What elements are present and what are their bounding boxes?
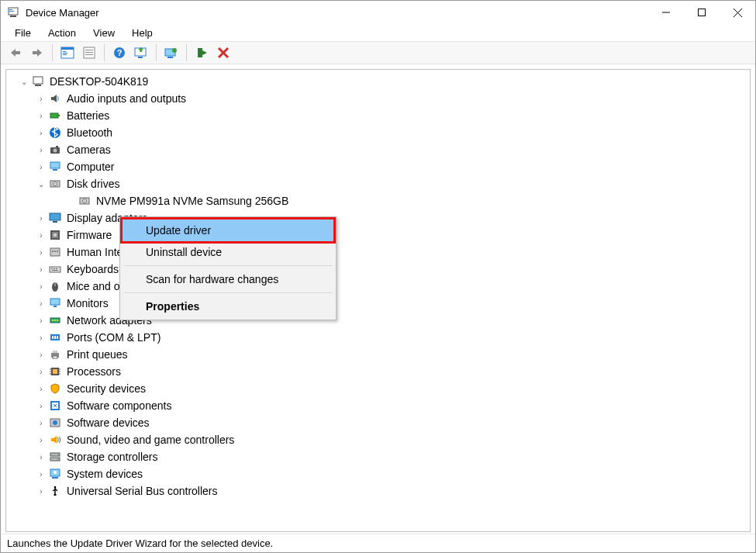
tree-category[interactable]: ⌄ Disk drives <box>33 175 750 192</box>
expand-icon[interactable]: › <box>36 144 47 155</box>
firmware-icon <box>48 228 62 242</box>
svg-rect-73 <box>53 356 57 358</box>
svg-rect-13 <box>63 53 67 54</box>
svg-point-64 <box>52 320 54 321</box>
minimize-button[interactable] <box>648 1 684 24</box>
help-button[interactable]: ? <box>109 43 129 62</box>
expand-icon[interactable]: › <box>36 468 47 479</box>
expand-icon[interactable]: › <box>36 161 47 172</box>
expand-icon[interactable]: › <box>36 264 47 275</box>
svg-rect-72 <box>53 351 57 353</box>
tree-category-label: Disk drives <box>67 178 119 190</box>
tree-category[interactable]: › Software devices <box>33 414 750 431</box>
expand-icon[interactable]: › <box>36 383 47 394</box>
tree-category[interactable]: › Audio inputs and outputs <box>33 90 750 107</box>
context-menu-properties[interactable]: Properties <box>123 296 333 317</box>
menubar: File Action View Help <box>1 24 755 41</box>
svg-point-66 <box>57 320 58 321</box>
monitor-icon <box>48 296 62 310</box>
scan-hardware-button[interactable] <box>131 43 151 62</box>
svg-rect-5 <box>699 9 706 16</box>
svg-rect-95 <box>54 494 57 496</box>
display-icon <box>48 211 62 225</box>
collapse-icon[interactable]: ⌄ <box>19 76 29 87</box>
tree-category[interactable]: › Security devices <box>33 380 750 397</box>
tree-device[interactable]: NVMe PM991a NVMe Samsung 256GB <box>62 192 750 209</box>
tree-category[interactable]: › Universal Serial Bus controllers <box>33 482 750 499</box>
expand-icon[interactable]: › <box>36 434 47 445</box>
expand-icon[interactable]: › <box>36 127 47 138</box>
tree-root[interactable]: ⌄ DESKTOP-504K819 <box>16 73 750 90</box>
toolbar-separator <box>186 44 187 61</box>
svg-rect-9 <box>33 51 38 54</box>
tree-category[interactable]: › Computer <box>33 158 750 175</box>
tree-category[interactable]: › Cameras <box>33 141 750 158</box>
tree-category-label: Computer <box>67 161 114 173</box>
menu-action[interactable]: Action <box>40 26 84 40</box>
toolbar-separator <box>156 44 157 61</box>
svg-rect-57 <box>56 268 57 269</box>
expand-icon[interactable]: › <box>36 213 47 223</box>
statusbar: Launches the Update Driver Wizard for th… <box>1 534 755 552</box>
uninstall-device-button[interactable] <box>213 43 233 62</box>
tree-category[interactable]: › Sound, video and game controllers <box>33 431 750 448</box>
context-menu-update-driver[interactable]: Update driver <box>123 219 333 241</box>
close-button[interactable] <box>720 1 755 24</box>
maximize-button[interactable] <box>684 1 720 24</box>
tree-root-label: DESKTOP-504K819 <box>50 75 148 88</box>
expand-icon[interactable]: › <box>36 451 47 462</box>
expand-icon[interactable]: › <box>36 110 47 121</box>
expand-icon[interactable]: › <box>36 417 47 428</box>
expand-icon[interactable]: › <box>36 281 47 292</box>
mouse-icon <box>48 279 62 293</box>
expand-icon[interactable]: › <box>36 332 47 343</box>
context-menu-scan-for-hardware-changes[interactable]: Scan for hardware changes <box>123 268 333 290</box>
svg-rect-45 <box>50 213 60 220</box>
tree-category-label: Sound, video and game controllers <box>67 434 234 446</box>
tree-category-label: Cameras <box>67 143 111 156</box>
menu-file[interactable]: File <box>7 26 39 40</box>
enable-device-button[interactable] <box>192 43 212 62</box>
svg-point-35 <box>54 149 57 153</box>
expand-icon[interactable]: › <box>36 298 47 309</box>
expand-icon[interactable]: › <box>36 93 47 104</box>
back-button[interactable] <box>5 43 26 62</box>
app-icon <box>7 6 19 19</box>
update-driver-button[interactable] <box>161 43 181 62</box>
ports-icon <box>48 330 62 344</box>
tree-category[interactable]: › Storage controllers <box>33 448 750 465</box>
tree-category-label: Ports (COM & LPT) <box>67 331 161 344</box>
tree-category[interactable]: › Print queues <box>33 346 750 363</box>
hid-icon <box>48 245 62 259</box>
expand-icon[interactable]: › <box>36 230 47 240</box>
svg-rect-56 <box>54 268 55 269</box>
tree-category[interactable]: › Software components <box>33 397 750 414</box>
menu-help[interactable]: Help <box>124 26 161 40</box>
menu-view[interactable]: View <box>85 26 123 40</box>
svg-rect-2 <box>9 9 12 10</box>
tree-category[interactable]: › Batteries <box>33 107 750 124</box>
svg-rect-55 <box>51 268 53 269</box>
device-tree-pane[interactable]: ⌄ DESKTOP-504K819 › Audio inputs and out… <box>5 69 751 532</box>
device-tree: ⌄ DESKTOP-504K819 › Audio inputs and out… <box>6 70 750 503</box>
collapse-icon[interactable]: ⌄ <box>36 178 47 189</box>
tree-category[interactable]: › Ports (COM & LPT) <box>33 329 750 346</box>
show-all-button[interactable] <box>57 43 78 62</box>
svg-rect-26 <box>198 48 202 57</box>
tree-category[interactable]: › Bluetooth <box>33 124 750 141</box>
forward-button[interactable] <box>27 43 47 62</box>
tree-category-label: Security devices <box>67 382 146 395</box>
context-menu: Update driverUninstall deviceScan for ha… <box>119 216 337 320</box>
tree-category[interactable]: › System devices <box>33 465 750 482</box>
svg-point-92 <box>54 471 57 474</box>
expand-icon[interactable]: › <box>36 315 47 326</box>
context-menu-uninstall-device[interactable]: Uninstall device <box>123 241 333 263</box>
expand-icon[interactable]: › <box>36 486 47 496</box>
expand-icon[interactable]: › <box>36 247 47 257</box>
tree-category[interactable]: › Processors <box>33 363 750 380</box>
expand-icon[interactable]: › <box>36 400 47 411</box>
expand-icon[interactable]: › <box>36 366 47 377</box>
svg-text:?: ? <box>117 48 123 57</box>
properties-button[interactable] <box>79 43 99 62</box>
expand-icon[interactable]: › <box>36 349 47 360</box>
